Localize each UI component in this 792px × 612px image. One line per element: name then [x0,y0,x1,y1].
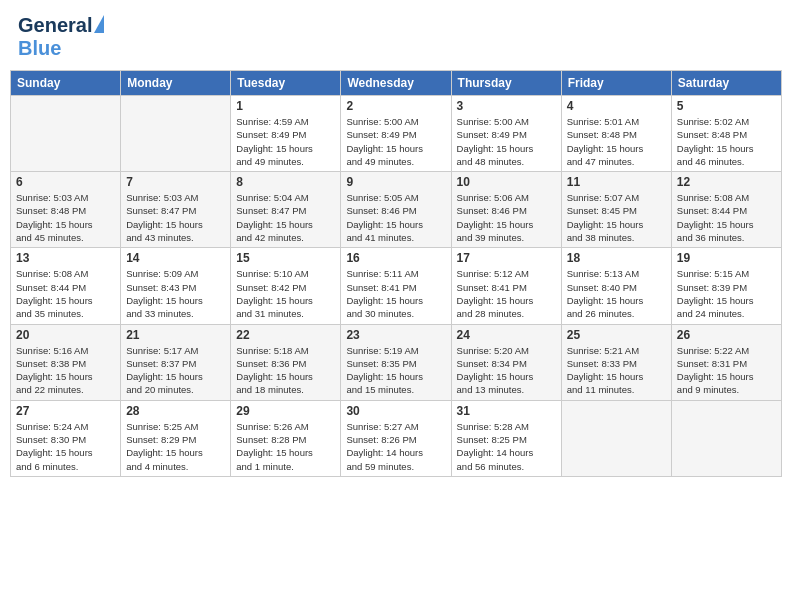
day-number: 29 [236,404,335,418]
day-info: Sunrise: 5:15 AMSunset: 8:39 PMDaylight:… [677,267,776,320]
day-info: Sunrise: 5:20 AMSunset: 8:34 PMDaylight:… [457,344,556,397]
calendar-cell: 16Sunrise: 5:11 AMSunset: 8:41 PMDayligh… [341,248,451,324]
calendar-cell: 8Sunrise: 5:04 AMSunset: 8:47 PMDaylight… [231,172,341,248]
calendar-header-thursday: Thursday [451,71,561,96]
calendar-cell: 15Sunrise: 5:10 AMSunset: 8:42 PMDayligh… [231,248,341,324]
calendar-cell: 25Sunrise: 5:21 AMSunset: 8:33 PMDayligh… [561,324,671,400]
calendar-cell: 4Sunrise: 5:01 AMSunset: 8:48 PMDaylight… [561,96,671,172]
day-number: 20 [16,328,115,342]
logo: General Blue [18,14,104,60]
day-info: Sunrise: 5:26 AMSunset: 8:28 PMDaylight:… [236,420,335,473]
day-number: 1 [236,99,335,113]
day-info: Sunrise: 5:08 AMSunset: 8:44 PMDaylight:… [677,191,776,244]
day-number: 5 [677,99,776,113]
day-info: Sunrise: 5:16 AMSunset: 8:38 PMDaylight:… [16,344,115,397]
day-number: 14 [126,251,225,265]
logo-blue: Blue [18,37,61,60]
calendar-cell: 30Sunrise: 5:27 AMSunset: 8:26 PMDayligh… [341,400,451,476]
calendar-header-tuesday: Tuesday [231,71,341,96]
calendar-header-row: SundayMondayTuesdayWednesdayThursdayFrid… [11,71,782,96]
day-info: Sunrise: 5:08 AMSunset: 8:44 PMDaylight:… [16,267,115,320]
calendar-cell: 12Sunrise: 5:08 AMSunset: 8:44 PMDayligh… [671,172,781,248]
logo-general: General [18,14,92,37]
calendar-cell: 23Sunrise: 5:19 AMSunset: 8:35 PMDayligh… [341,324,451,400]
calendar-header-sunday: Sunday [11,71,121,96]
day-info: Sunrise: 5:02 AMSunset: 8:48 PMDaylight:… [677,115,776,168]
day-number: 4 [567,99,666,113]
calendar-cell [121,96,231,172]
calendar-header-saturday: Saturday [671,71,781,96]
calendar-cell [561,400,671,476]
calendar-table: SundayMondayTuesdayWednesdayThursdayFrid… [10,70,782,477]
day-number: 12 [677,175,776,189]
day-number: 27 [16,404,115,418]
day-number: 2 [346,99,445,113]
calendar-cell: 11Sunrise: 5:07 AMSunset: 8:45 PMDayligh… [561,172,671,248]
day-number: 16 [346,251,445,265]
day-number: 15 [236,251,335,265]
day-info: Sunrise: 5:07 AMSunset: 8:45 PMDaylight:… [567,191,666,244]
calendar-cell: 20Sunrise: 5:16 AMSunset: 8:38 PMDayligh… [11,324,121,400]
calendar-header-monday: Monday [121,71,231,96]
day-info: Sunrise: 4:59 AMSunset: 8:49 PMDaylight:… [236,115,335,168]
day-number: 17 [457,251,556,265]
day-info: Sunrise: 5:18 AMSunset: 8:36 PMDaylight:… [236,344,335,397]
calendar-header-friday: Friday [561,71,671,96]
calendar-cell: 18Sunrise: 5:13 AMSunset: 8:40 PMDayligh… [561,248,671,324]
day-number: 8 [236,175,335,189]
day-info: Sunrise: 5:00 AMSunset: 8:49 PMDaylight:… [346,115,445,168]
calendar-cell: 14Sunrise: 5:09 AMSunset: 8:43 PMDayligh… [121,248,231,324]
calendar-cell: 13Sunrise: 5:08 AMSunset: 8:44 PMDayligh… [11,248,121,324]
day-info: Sunrise: 5:09 AMSunset: 8:43 PMDaylight:… [126,267,225,320]
day-info: Sunrise: 5:03 AMSunset: 8:48 PMDaylight:… [16,191,115,244]
calendar-cell: 10Sunrise: 5:06 AMSunset: 8:46 PMDayligh… [451,172,561,248]
day-info: Sunrise: 5:03 AMSunset: 8:47 PMDaylight:… [126,191,225,244]
day-info: Sunrise: 5:13 AMSunset: 8:40 PMDaylight:… [567,267,666,320]
calendar-cell: 21Sunrise: 5:17 AMSunset: 8:37 PMDayligh… [121,324,231,400]
day-number: 13 [16,251,115,265]
day-number: 31 [457,404,556,418]
day-number: 7 [126,175,225,189]
day-number: 9 [346,175,445,189]
calendar-cell: 31Sunrise: 5:28 AMSunset: 8:25 PMDayligh… [451,400,561,476]
day-info: Sunrise: 5:21 AMSunset: 8:33 PMDaylight:… [567,344,666,397]
day-info: Sunrise: 5:19 AMSunset: 8:35 PMDaylight:… [346,344,445,397]
day-number: 3 [457,99,556,113]
calendar-cell: 1Sunrise: 4:59 AMSunset: 8:49 PMDaylight… [231,96,341,172]
calendar-cell: 5Sunrise: 5:02 AMSunset: 8:48 PMDaylight… [671,96,781,172]
day-info: Sunrise: 5:27 AMSunset: 8:26 PMDaylight:… [346,420,445,473]
calendar-week-row: 27Sunrise: 5:24 AMSunset: 8:30 PMDayligh… [11,400,782,476]
day-number: 18 [567,251,666,265]
day-number: 28 [126,404,225,418]
day-info: Sunrise: 5:12 AMSunset: 8:41 PMDaylight:… [457,267,556,320]
calendar-cell: 3Sunrise: 5:00 AMSunset: 8:49 PMDaylight… [451,96,561,172]
day-number: 21 [126,328,225,342]
calendar-week-row: 1Sunrise: 4:59 AMSunset: 8:49 PMDaylight… [11,96,782,172]
day-info: Sunrise: 5:01 AMSunset: 8:48 PMDaylight:… [567,115,666,168]
day-number: 6 [16,175,115,189]
calendar-cell: 22Sunrise: 5:18 AMSunset: 8:36 PMDayligh… [231,324,341,400]
day-number: 30 [346,404,445,418]
calendar-cell [11,96,121,172]
day-info: Sunrise: 5:25 AMSunset: 8:29 PMDaylight:… [126,420,225,473]
day-info: Sunrise: 5:11 AMSunset: 8:41 PMDaylight:… [346,267,445,320]
day-info: Sunrise: 5:22 AMSunset: 8:31 PMDaylight:… [677,344,776,397]
day-number: 23 [346,328,445,342]
calendar-header-wednesday: Wednesday [341,71,451,96]
day-number: 25 [567,328,666,342]
page-header: General Blue [10,10,782,64]
day-number: 22 [236,328,335,342]
day-number: 19 [677,251,776,265]
calendar-cell: 26Sunrise: 5:22 AMSunset: 8:31 PMDayligh… [671,324,781,400]
day-info: Sunrise: 5:24 AMSunset: 8:30 PMDaylight:… [16,420,115,473]
calendar-week-row: 20Sunrise: 5:16 AMSunset: 8:38 PMDayligh… [11,324,782,400]
day-info: Sunrise: 5:28 AMSunset: 8:25 PMDaylight:… [457,420,556,473]
day-info: Sunrise: 5:00 AMSunset: 8:49 PMDaylight:… [457,115,556,168]
day-number: 26 [677,328,776,342]
day-info: Sunrise: 5:17 AMSunset: 8:37 PMDaylight:… [126,344,225,397]
day-info: Sunrise: 5:10 AMSunset: 8:42 PMDaylight:… [236,267,335,320]
calendar-cell: 27Sunrise: 5:24 AMSunset: 8:30 PMDayligh… [11,400,121,476]
calendar-cell: 24Sunrise: 5:20 AMSunset: 8:34 PMDayligh… [451,324,561,400]
calendar-week-row: 6Sunrise: 5:03 AMSunset: 8:48 PMDaylight… [11,172,782,248]
calendar-cell: 7Sunrise: 5:03 AMSunset: 8:47 PMDaylight… [121,172,231,248]
